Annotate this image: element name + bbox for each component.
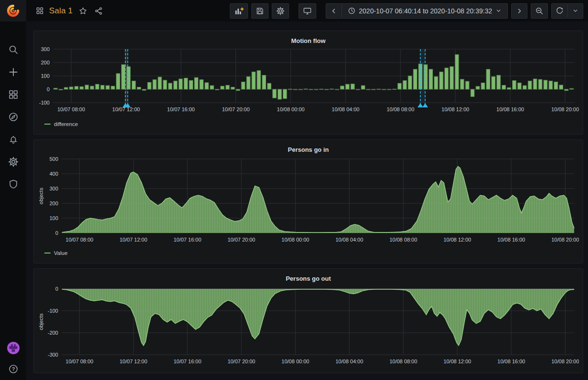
panel-title[interactable]: Persons go out — [286, 275, 331, 282]
svg-text:10/07 20:00: 10/07 20:00 — [227, 237, 255, 243]
time-range-back-button[interactable] — [326, 3, 342, 19]
svg-text:10/08 20:00: 10/08 20:00 — [551, 237, 579, 243]
svg-text:-300: -300 — [48, 352, 58, 358]
svg-text:400: 400 — [50, 171, 58, 177]
explore-compass-icon[interactable] — [8, 112, 19, 122]
refresh-interval-caret-button[interactable] — [567, 3, 583, 19]
svg-text:10/08 08:00: 10/08 08:00 — [390, 237, 417, 243]
svg-text:10/08 00:00: 10/08 00:00 — [281, 359, 309, 364]
chevron-down-icon — [495, 8, 502, 14]
svg-text:-100: -100 — [39, 100, 50, 106]
svg-text:10/08 20:00: 10/08 20:00 — [551, 106, 579, 112]
legend: difference — [38, 118, 579, 130]
sidebar — [0, 0, 26, 380]
svg-text:10/07 08:00: 10/07 08:00 — [66, 359, 93, 364]
svg-text:10/08 04:00: 10/08 04:00 — [332, 106, 360, 112]
alerting-bell-icon[interactable] — [8, 134, 19, 145]
svg-text:10/07 16:00: 10/07 16:00 — [174, 237, 201, 243]
dashboards-icon[interactable] — [8, 89, 19, 100]
svg-text:10/08 00:00: 10/08 00:00 — [277, 106, 305, 112]
panel-header: Persons go in — [38, 144, 579, 155]
time-range-text: 2020-10-07 06:40:14 to 2020-10-08 20:39:… — [359, 7, 492, 15]
svg-text:10/07 08:00: 10/07 08:00 — [57, 106, 85, 112]
chart-svg: -100010020030010/07 08:0010/07 12:0010/0… — [38, 46, 579, 118]
svg-text:10/08 12:00: 10/08 12:00 — [444, 237, 471, 243]
svg-text:objects: objects — [38, 188, 44, 204]
sidebar-menu — [8, 44, 19, 190]
svg-text:500: 500 — [50, 156, 58, 162]
svg-text:10/07 20:00: 10/07 20:00 — [227, 359, 255, 364]
dashboard-title[interactable]: Sala 1 — [49, 6, 72, 16]
create-icon[interactable] — [8, 67, 19, 77]
legend-series-label[interactable]: Value — [54, 250, 68, 256]
svg-text:100: 100 — [50, 215, 58, 221]
svg-text:10/08 08:00: 10/08 08:00 — [390, 359, 417, 364]
server-admin-shield-icon[interactable] — [8, 179, 19, 190]
panel-persons-go-in: Persons go in 010020030040050010/07 08:0… — [33, 139, 583, 264]
svg-text:10/08 12:00: 10/08 12:00 — [442, 106, 469, 112]
svg-text:300: 300 — [41, 46, 50, 52]
motion-flow-chart[interactable]: -100010020030010/07 08:0010/07 12:0010/0… — [38, 46, 579, 118]
refresh-button[interactable] — [551, 3, 568, 19]
dashboard-settings-button[interactable] — [272, 3, 289, 19]
svg-text:10/08 16:00: 10/08 16:00 — [496, 106, 524, 112]
svg-text:0: 0 — [55, 230, 58, 236]
svg-text:-200: -200 — [48, 330, 58, 336]
panel-persons-go-out: Persons go out -300-200-100010/07 08:001… — [33, 268, 583, 373]
svg-text:10/07 08:00: 10/07 08:00 — [66, 237, 93, 243]
svg-text:100: 100 — [41, 73, 50, 79]
add-panel-button[interactable] — [230, 3, 248, 19]
zoom-out-time-button[interactable] — [531, 3, 548, 19]
chart-svg: 010020030040050010/07 08:0010/07 12:0010… — [38, 155, 579, 247]
help-icon[interactable] — [8, 364, 19, 374]
save-dashboard-button[interactable] — [251, 3, 268, 19]
svg-text:-100: -100 — [48, 308, 58, 314]
configuration-gear-icon[interactable] — [8, 157, 19, 167]
svg-text:10/07 12:00: 10/07 12:00 — [120, 237, 147, 243]
panel-title[interactable]: Motion flow — [291, 37, 325, 44]
svg-text:10/08 04:00: 10/08 04:00 — [336, 359, 363, 364]
svg-text:10/07 20:00: 10/07 20:00 — [222, 106, 249, 112]
svg-text:200: 200 — [41, 60, 50, 65]
chart-svg: -300-200-100010/07 08:0010/07 12:0010/07… — [38, 284, 579, 371]
panel-header: Motion flow — [38, 35, 579, 46]
grafana-logo[interactable] — [0, 0, 26, 21]
legend: Value — [38, 247, 579, 259]
panel-header: Persons go out — [38, 273, 579, 284]
svg-text:300: 300 — [50, 186, 58, 191]
legend-series-dash — [44, 253, 51, 253]
persons-go-in-chart[interactable]: 010020030040050010/07 08:0010/07 12:0010… — [38, 155, 579, 247]
legend-series-dash — [44, 124, 51, 125]
panel-title[interactable]: Persons go in — [288, 146, 329, 153]
star-button[interactable] — [78, 6, 88, 16]
svg-text:10/07 12:00: 10/07 12:00 — [120, 359, 147, 364]
legend-series-label[interactable]: difference — [54, 121, 78, 127]
navbar: Sala 1 2020-10-07 06:40:14 to 2020-10-08… — [26, 0, 588, 21]
svg-text:10/08 04:00: 10/08 04:00 — [336, 237, 363, 243]
persons-go-out-chart[interactable]: -300-200-100010/07 08:0010/07 12:0010/07… — [38, 284, 579, 371]
svg-text:10/08 16:00: 10/08 16:00 — [497, 237, 525, 243]
svg-text:10/07 12:00: 10/07 12:00 — [112, 106, 140, 112]
svg-text:10/08 16:00: 10/08 16:00 — [497, 359, 525, 364]
clock-icon — [348, 7, 356, 15]
svg-text:0: 0 — [47, 86, 50, 92]
svg-text:10/08 08:00: 10/08 08:00 — [387, 106, 414, 112]
svg-text:200: 200 — [50, 201, 58, 206]
svg-text:0: 0 — [55, 286, 58, 292]
time-range-forward-button[interactable] — [511, 3, 527, 19]
user-avatar[interactable] — [7, 341, 20, 355]
svg-text:10/07 16:00: 10/07 16:00 — [167, 106, 195, 112]
svg-text:objects: objects — [38, 313, 44, 330]
search-icon[interactable] — [8, 44, 19, 55]
dashboard: Motion flow -100010020030010/07 08:0010/… — [26, 21, 588, 380]
time-picker-button[interactable]: 2020-10-07 06:40:14 to 2020-10-08 20:39:… — [341, 3, 508, 19]
svg-text:10/07 16:00: 10/07 16:00 — [174, 359, 201, 364]
share-button[interactable] — [93, 6, 104, 16]
svg-text:10/08 12:00: 10/08 12:00 — [444, 359, 471, 364]
apps-grid-icon — [36, 7, 44, 15]
svg-text:10/08 00:00: 10/08 00:00 — [281, 237, 309, 243]
panel-motion-flow: Motion flow -100010020030010/07 08:0010/… — [33, 31, 583, 135]
svg-text:10/08 20:00: 10/08 20:00 — [551, 359, 579, 364]
cycle-view-mode-button[interactable] — [299, 3, 316, 19]
